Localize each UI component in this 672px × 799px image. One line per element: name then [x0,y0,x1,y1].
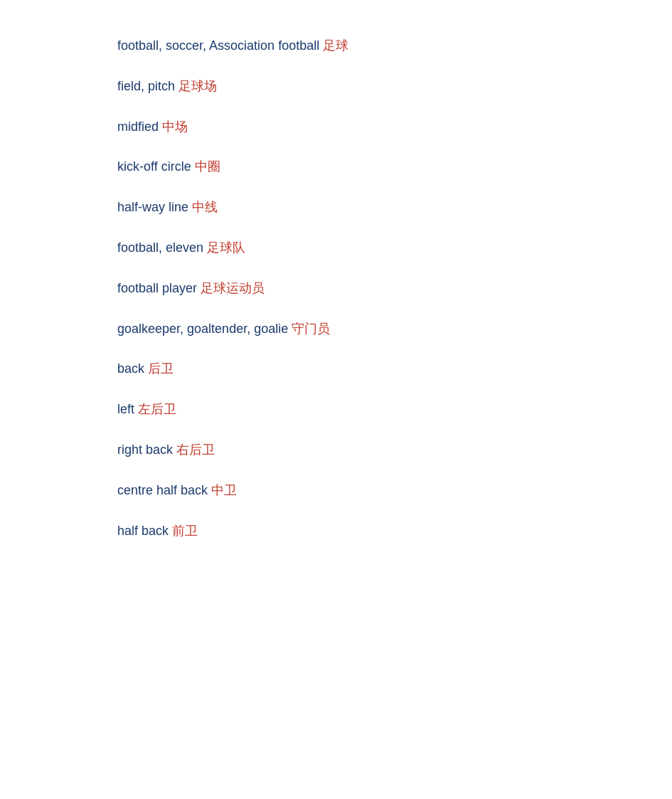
english-term: midfied [117,120,162,134]
term-row: midfied 中场 [117,117,555,137]
english-term: right back [117,443,176,457]
term-row: centre half back 中卫 [117,480,555,501]
term-row: football, eleven 足球队 [117,238,555,258]
chinese-term: 左后卫 [138,402,176,416]
term-row: back 后卫 [117,359,555,379]
term-row: right back 右后卫 [117,440,555,460]
term-row: football, soccer, Association football 足… [117,36,555,56]
main-content: football, soccer, Association football 足… [0,0,672,596]
english-term: centre half back [117,483,211,497]
term-row: kick-off circle 中圈 [117,157,555,177]
english-term: kick-off circle [117,159,195,174]
term-row: half back 前卫 [117,521,555,541]
english-term: half-way line [117,200,192,214]
chinese-term: 中卫 [211,483,237,497]
english-term: left [117,402,138,416]
chinese-term: 右后卫 [176,443,215,457]
english-term: goalkeeper, goaltender, goalie [117,322,292,336]
term-row: goalkeeper, goaltender, goalie 守门员 [117,319,555,339]
term-row: football player 足球运动员 [117,278,555,299]
english-term: football player [117,281,201,295]
chinese-term: 足球 [323,38,348,53]
english-term: field, pitch [117,79,178,93]
chinese-term: 足球运动员 [201,281,265,295]
chinese-term: 中线 [192,200,218,214]
chinese-term: 中圈 [195,159,220,174]
english-term: half back [117,524,172,538]
english-term: football, eleven [117,240,207,255]
english-term: football, soccer, Association football [117,38,323,53]
term-row: field, pitch 足球场 [117,76,555,97]
chinese-term: 足球场 [178,79,217,93]
chinese-term: 后卫 [148,361,174,376]
chinese-term: 前卫 [172,524,198,538]
chinese-term: 中场 [162,120,188,134]
chinese-term: 足球队 [207,240,245,255]
english-term: back [117,361,148,376]
term-row: left 左后卫 [117,399,555,420]
term-row: half-way line 中线 [117,197,555,218]
chinese-term: 守门员 [292,322,330,336]
